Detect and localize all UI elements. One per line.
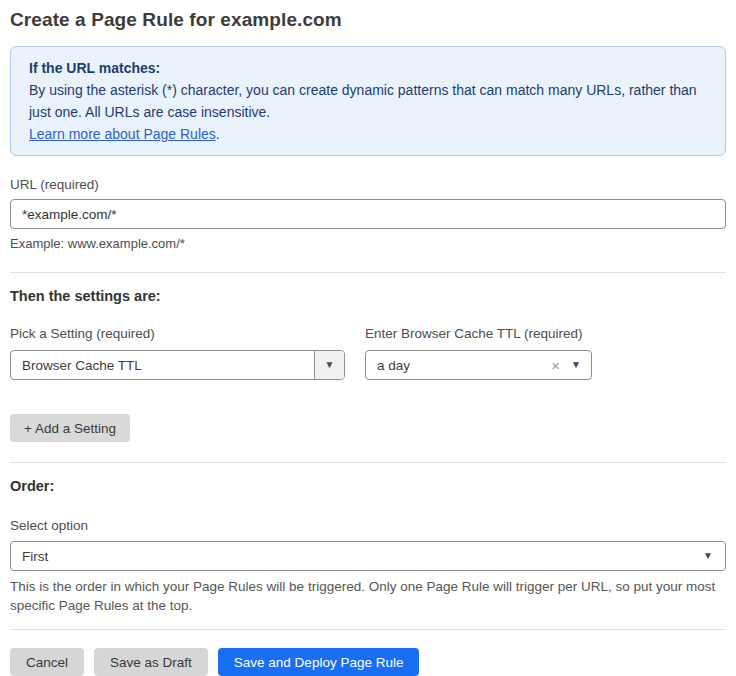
order-select-value: First [22, 549, 703, 564]
form-actions: Cancel Save as Draft Save and Deploy Pag… [10, 648, 726, 676]
page-title: Create a Page Rule for example.com [10, 8, 726, 31]
order-section-heading: Order: [10, 478, 726, 494]
save-and-deploy-button[interactable]: Save and Deploy Page Rule [218, 648, 420, 676]
clear-selection-icon[interactable]: × [551, 358, 560, 373]
url-match-info-box: If the URL matches: By using the asteris… [10, 46, 726, 156]
caret-down-icon: ▼ [571, 360, 581, 370]
divider [10, 272, 726, 273]
order-select[interactable]: First ▼ [10, 541, 726, 571]
learn-more-page-rules-link[interactable]: Learn more about Page Rules [29, 126, 216, 142]
info-box-heading: If the URL matches: [29, 57, 707, 79]
divider [10, 629, 726, 630]
info-box-link-line: Learn more about Page Rules. [29, 123, 707, 145]
url-field-label: URL (required) [10, 177, 726, 192]
pick-setting-column: Pick a Setting (required) Browser Cache … [10, 326, 345, 380]
settings-row: Pick a Setting (required) Browser Cache … [10, 326, 726, 380]
caret-down-icon: ▼ [703, 551, 713, 561]
settings-section-heading: Then the settings are: [10, 288, 726, 304]
cache-ttl-value: a day [377, 358, 540, 373]
info-box-body: By using the asterisk (*) character, you… [29, 79, 707, 123]
order-help-text: This is the order in which your Page Rul… [10, 577, 726, 615]
url-example-text: Example: www.example.com/* [10, 236, 726, 251]
cancel-button[interactable]: Cancel [10, 648, 84, 676]
divider [10, 462, 726, 463]
pick-setting-label: Pick a Setting (required) [10, 326, 345, 341]
cache-ttl-select[interactable]: a day × ▼ [365, 350, 592, 380]
save-as-draft-button[interactable]: Save as Draft [94, 648, 208, 676]
cache-ttl-label: Enter Browser Cache TTL (required) [365, 326, 592, 341]
link-period: . [216, 126, 220, 142]
pick-setting-arrow-button[interactable]: ▼ [314, 351, 344, 379]
cache-ttl-column: Enter Browser Cache TTL (required) a day… [365, 326, 592, 380]
pick-setting-value: Browser Cache TTL [11, 351, 314, 379]
order-select-label: Select option [10, 518, 726, 533]
create-page-rule-form: Create a Page Rule for example.com If th… [0, 0, 736, 676]
url-input[interactable] [10, 199, 726, 229]
add-setting-button[interactable]: + Add a Setting [10, 414, 130, 442]
pick-setting-select[interactable]: Browser Cache TTL ▼ [10, 350, 345, 380]
caret-down-icon: ▼ [325, 360, 335, 370]
